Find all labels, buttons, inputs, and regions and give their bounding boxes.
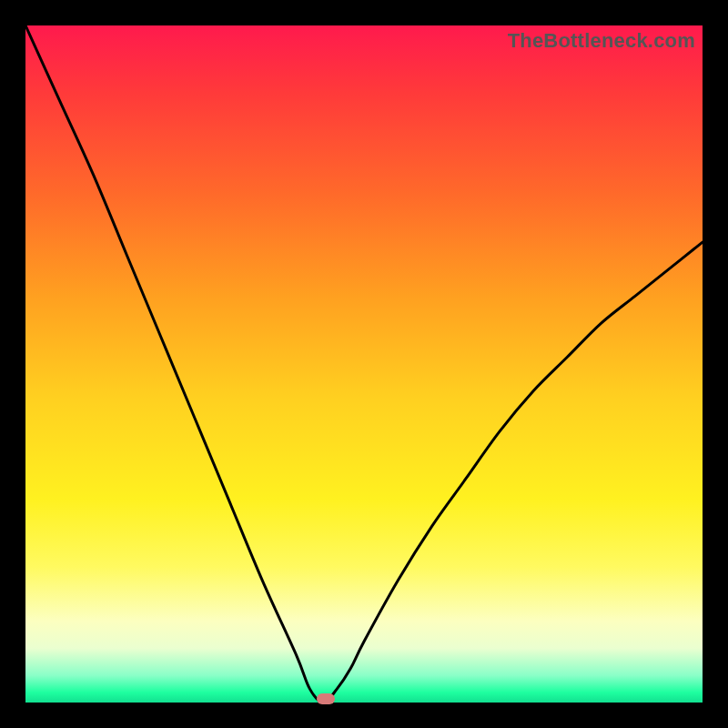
chart-frame: TheBottleneck.com (0, 0, 728, 728)
bottleneck-curve (25, 25, 703, 703)
plot-area: TheBottleneck.com (25, 25, 703, 703)
minimum-marker (317, 693, 335, 704)
